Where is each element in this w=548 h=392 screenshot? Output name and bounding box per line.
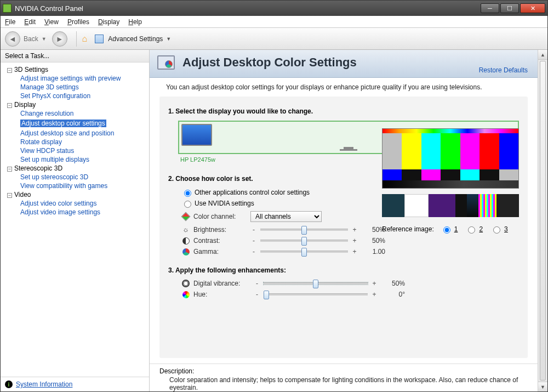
app-icon [3,4,12,13]
tree-group-stereoscopic[interactable]: −Stereoscopic 3D [7,164,146,172]
brightness-label: Brightness: [193,226,250,234]
reference-image-selector: Reference image: 1 2 3 [382,225,519,234]
display-name-label: HP LP2475w [178,156,218,163]
tree-item-adjust-size-position[interactable]: Adjust desktop size and position [20,129,146,137]
chevron-down-icon: ▼ [166,36,171,42]
contrast-slider[interactable] [260,240,348,242]
vertical-scrollbar[interactable]: ▲ ▼ [538,50,547,391]
hue-row: Hue: - + 0° [181,291,519,298]
color-channel-icon [181,213,190,220]
menu-profiles[interactable]: Profiles [67,18,89,26]
tree-item-adjust-desktop-color[interactable]: Adjust desktop color settings [20,120,106,127]
brightness-icon: ☼ [181,225,190,234]
advanced-settings-button[interactable]: Advanced Settings ▼ [95,35,171,43]
menu-edit[interactable]: Edit [24,18,36,26]
description-text: Color separation and intensity; helps to… [169,376,528,391]
description-block: Description: Color separation and intens… [150,363,538,391]
tree-group-video[interactable]: −Video [7,191,146,198]
tree-item-adjust-image-preview[interactable]: Adjust image settings with preview [20,75,146,82]
reference-image-2[interactable]: 2 [465,225,483,234]
menu-view[interactable]: View [44,18,59,26]
content-pane: Adjust Desktop Color Settings Restore De… [150,50,538,391]
sidebar-heading: Select a Task... [1,50,149,63]
radio-other-apps-input[interactable] [184,190,191,197]
menu-display[interactable]: Display [98,18,119,26]
menu-file[interactable]: File [5,18,15,26]
tree-group-3d[interactable]: −3D Settings [7,66,146,73]
monitor-icon [181,124,212,146]
contrast-label: Contrast: [193,237,250,245]
hue-value: 0° [381,291,405,298]
digital-vibrance-value: 50% [381,280,405,287]
digital-vibrance-row: Digital vibrance: - + 50% [181,280,519,287]
toolbar-separator [76,31,77,47]
brightness-slider[interactable] [260,229,348,231]
gamma-slider[interactable] [260,251,348,253]
settings-panel: 1. Select the display you would like to … [159,96,528,358]
tree-group-display[interactable]: −Display [7,101,146,109]
menu-help[interactable]: Help [128,18,142,26]
back-button[interactable]: ◄ [5,31,20,47]
hue-icon [181,291,190,298]
scroll-thumb[interactable] [540,61,546,380]
sidebar-footer: i System Information [1,377,149,391]
gamma-icon [181,248,190,255]
maximize-button[interactable]: ☐ [500,3,519,13]
back-history-dropdown[interactable]: ▼ [42,36,47,42]
description-heading: Description: [159,367,528,375]
page-description: You can adjust desktop color settings fo… [150,78,538,96]
contrast-row: Contrast: - + 50% [181,237,519,245]
reference-image-3[interactable]: 3 [490,225,508,234]
contrast-value: 50% [361,237,385,245]
tree-item-manage-3d[interactable]: Manage 3D settings [20,83,146,91]
gamma-label: Gamma: [193,248,250,255]
advanced-settings-label: Advanced Settings [108,35,163,43]
reference-image-1[interactable]: 1 [441,225,458,234]
info-icon: i [5,380,13,388]
home-icon[interactable]: ⌂ [82,34,88,44]
digital-vibrance-icon [181,280,190,287]
tree-item-video-color[interactable]: Adjust video color settings [20,200,146,207]
gamma-value: 1.00 [361,248,385,255]
color-bars-pattern [382,128,519,189]
page-header-icon [157,55,177,73]
nvidia-control-panel-window: NVIDIA Control Panel ─ ☐ ✕ File Edit Vie… [0,0,548,392]
minimize-button[interactable]: ─ [481,3,499,13]
radio-other-apps-label: Other applications control color setting… [195,189,310,196]
scroll-down-arrow[interactable]: ▼ [538,382,547,391]
color-channel-select[interactable]: All channels [250,211,322,222]
gamma-row: Gamma: - + 1.00 [181,248,519,255]
radio-nvidia-input[interactable] [184,201,191,208]
system-information-link[interactable]: System Information [16,380,72,388]
back-label: Back [24,35,38,43]
radio-nvidia-label: Use NVIDIA settings [195,200,254,207]
tree-item-change-resolution[interactable]: Change resolution [20,110,146,117]
restore-defaults-link[interactable]: Restore Defaults [479,66,528,74]
toolbar: ◄ Back ▼ ► ⌂ Advanced Settings ▼ [1,28,547,50]
step3-title: 3. Apply the following enhancements: [168,266,519,274]
scroll-up-arrow[interactable]: ▲ [538,50,547,60]
page-title: Adjust Desktop Color Settings [182,55,479,70]
task-tree: −3D Settings Adjust image settings with … [1,63,149,377]
tree-item-physx[interactable]: Set PhysX configuration [20,92,146,100]
digital-vibrance-label: Digital vibrance: [193,280,254,287]
tree-item-hdcp-status[interactable]: View HDCP status [20,147,146,155]
hue-slider[interactable] [264,293,368,296]
grid-icon [95,35,104,43]
contrast-icon [181,237,190,245]
titlebar[interactable]: NVIDIA Control Panel ─ ☐ ✕ [1,1,547,16]
tree-item-rotate-display[interactable]: Rotate display [20,138,146,146]
forward-button[interactable]: ► [52,31,67,47]
tree-item-multiple-displays[interactable]: Set up multiple displays [20,156,146,163]
reference-image-label: Reference image: [382,225,434,233]
window-title: NVIDIA Control Panel [15,4,83,13]
page-header: Adjust Desktop Color Settings Restore De… [150,50,538,78]
step1-title: 1. Select the display you would like to … [168,107,519,115]
digital-vibrance-slider[interactable] [264,282,368,285]
hue-label: Hue: [193,291,254,298]
menu-bar: File Edit View Profiles Display Help [1,16,547,28]
tree-item-compat-games[interactable]: View compatibility with games [20,182,146,190]
tree-item-setup-stereo[interactable]: Set up stereoscopic 3D [20,173,146,181]
tree-item-video-image[interactable]: Adjust video image settings [20,208,146,216]
close-button[interactable]: ✕ [520,3,545,13]
